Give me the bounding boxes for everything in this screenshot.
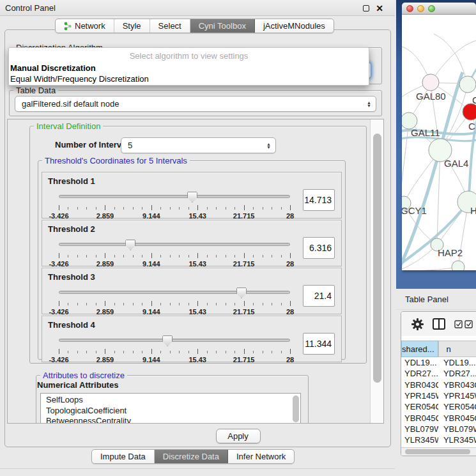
tick-mark bbox=[123, 303, 124, 305]
tab-network[interactable]: Network bbox=[56, 19, 114, 33]
tick-mark bbox=[133, 207, 134, 210]
slider-handle[interactable] bbox=[187, 192, 197, 203]
tick-mark bbox=[197, 301, 198, 306]
minimize-window-icon[interactable] bbox=[417, 5, 424, 12]
threshold-4-box: Threshold 4 -3.4262.8599.14415.4321.7152… bbox=[42, 316, 342, 362]
split-columns-icon[interactable] bbox=[433, 318, 445, 330]
tab-impute-data[interactable]: Impute Data bbox=[92, 450, 155, 463]
table-row[interactable]: YBR045CYBR045C bbox=[401, 412, 476, 423]
float-window-icon[interactable] bbox=[363, 5, 369, 12]
tick-mark bbox=[244, 253, 245, 258]
tick-mark bbox=[179, 351, 180, 353]
threshold-value-field[interactable] bbox=[303, 285, 335, 307]
slider-handle[interactable] bbox=[236, 288, 247, 298]
tick-mark bbox=[226, 351, 226, 353]
tick-mark bbox=[226, 207, 226, 210]
table-row[interactable]: YLR345WYLR345W bbox=[401, 434, 476, 445]
table-row[interactable]: YBR043CYBR043C bbox=[401, 380, 476, 390]
slider-handle[interactable] bbox=[125, 240, 135, 250]
attribute-item[interactable]: SelfLoops bbox=[41, 395, 300, 406]
tab-style[interactable]: Style bbox=[114, 19, 150, 33]
tab-cyni-toolbox[interactable]: Cyni Toolbox bbox=[190, 19, 255, 33]
tab-infer-network[interactable]: Infer Network bbox=[228, 450, 294, 463]
tick-mark bbox=[281, 303, 282, 305]
tab-jactivemnodules[interactable]: jActiveMNodules bbox=[255, 19, 334, 33]
thresholds-group-title: Threshold's Coordinates for 5 Intervals bbox=[42, 156, 190, 165]
tick-mark bbox=[151, 253, 152, 258]
tick-mark bbox=[105, 253, 105, 258]
threshold-slider[interactable]: -3.4262.8599.14415.4321.71528 bbox=[59, 240, 290, 265]
tick-mark bbox=[216, 351, 217, 353]
slider-handle[interactable] bbox=[162, 335, 173, 346]
dropdown-option-manual[interactable]: Manual Discretization bbox=[10, 63, 96, 73]
table-hscrollbar-thumb[interactable] bbox=[405, 449, 470, 454]
threshold-value-field[interactable] bbox=[303, 189, 335, 211]
threshold-value-field[interactable] bbox=[303, 333, 335, 355]
node-label: GAL80 bbox=[416, 91, 446, 102]
network-node[interactable] bbox=[463, 104, 476, 120]
network-node[interactable] bbox=[459, 76, 476, 93]
tab-select[interactable]: Select bbox=[150, 19, 190, 33]
slider-scale: -3.4262.8599.14415.4321.71528 bbox=[59, 212, 290, 220]
column-header-shared-name[interactable]: shared... bbox=[401, 341, 438, 357]
slider-track[interactable] bbox=[59, 339, 290, 342]
network-canvas[interactable]: GAL80G.CGAL11GAL4GCY1HHAP2 bbox=[402, 15, 476, 270]
table-panel-title: Table Panel bbox=[405, 295, 449, 304]
table-row[interactable]: YDR27...YDR27... bbox=[401, 368, 476, 379]
num-intervals-value: 5 bbox=[128, 141, 132, 150]
num-intervals-combobox[interactable]: 5 ▲▼ bbox=[121, 137, 276, 153]
numerical-attributes-list[interactable]: SelfLoopsTopologicalCoefficientBetweenne… bbox=[40, 393, 301, 424]
threshold-2-box: Threshold 2 -3.4262.8599.14415.4321.7152… bbox=[42, 220, 342, 266]
network-node[interactable] bbox=[452, 261, 464, 270]
slider-track[interactable] bbox=[59, 195, 290, 198]
tick-mark bbox=[86, 207, 87, 210]
network-window: GAL80G.CGAL11GAL4GCY1HHAP2 bbox=[396, 0, 476, 289]
slider-track[interactable] bbox=[59, 291, 290, 294]
table-row[interactable]: YER054CYER054C bbox=[401, 401, 476, 412]
attribute-item[interactable]: BetweennessCentrality bbox=[41, 416, 300, 424]
viewport-scrollbar-thumb[interactable] bbox=[373, 134, 381, 383]
table-horizontal-scrollbar[interactable] bbox=[401, 447, 476, 456]
threshold-slider[interactable]: -3.4262.8599.14415.4321.71528 bbox=[59, 288, 290, 313]
tick-mark bbox=[123, 207, 124, 210]
apply-button[interactable]: Apply bbox=[216, 429, 261, 443]
tick-mark bbox=[281, 255, 282, 257]
table-panel: shared... n YDL19...YDL19...YDR27...YDR2… bbox=[401, 311, 476, 456]
viewport-scrollbar[interactable] bbox=[370, 119, 384, 423]
threshold-slider[interactable]: -3.4262.8599.14415.4321.71528 bbox=[59, 192, 290, 217]
tick-mark bbox=[263, 303, 263, 305]
node-label: GAL4 bbox=[444, 158, 468, 169]
scale-label: 9.144 bbox=[142, 356, 160, 364]
checkbox-columns-icon[interactable] bbox=[454, 320, 473, 328]
table-data-combobox[interactable]: galFiltered.sif default node ▲▼ bbox=[15, 96, 376, 112]
close-icon[interactable]: ✕ bbox=[376, 5, 383, 12]
tick-mark bbox=[114, 303, 115, 305]
control-panel-tabs: Network Style Select Cyni Toolbox jActiv… bbox=[55, 19, 334, 33]
scale-label: -3.426 bbox=[49, 260, 68, 268]
node-label: H bbox=[470, 205, 476, 216]
network-window-titlebar[interactable] bbox=[402, 3, 476, 15]
close-window-icon[interactable] bbox=[406, 5, 413, 12]
threshold-value-field[interactable] bbox=[303, 237, 335, 259]
column-header-name[interactable]: n bbox=[438, 341, 476, 357]
tab-discretize-data[interactable]: Discretize Data bbox=[155, 450, 228, 463]
dropdown-option-equal[interactable]: Equal Width/Frequency Discretization bbox=[10, 74, 149, 84]
table-row[interactable]: YDL19...YDL19... bbox=[401, 357, 476, 368]
zoom-window-icon[interactable] bbox=[428, 5, 435, 12]
table-row[interactable]: YPR145WYPR145W bbox=[401, 390, 476, 401]
network-node[interactable] bbox=[422, 74, 439, 91]
list-scrollbar[interactable] bbox=[293, 395, 299, 422]
tick-mark bbox=[114, 255, 115, 257]
table-row[interactable]: YBL079WYBL079W bbox=[401, 424, 476, 434]
tick-mark bbox=[226, 303, 226, 305]
attribute-item[interactable]: TopologicalCoefficient bbox=[41, 406, 300, 417]
table-toolbar bbox=[401, 312, 476, 336]
gear-icon[interactable] bbox=[411, 318, 424, 330]
slider-track[interactable] bbox=[59, 243, 290, 246]
threshold-label: Threshold 4 bbox=[48, 320, 95, 330]
tick-mark bbox=[281, 207, 282, 210]
scale-label: 21.715 bbox=[233, 260, 255, 268]
control-panel-header: Control Panel ✕ bbox=[0, 0, 395, 16]
threshold-slider[interactable]: -3.4262.8599.14415.4321.71528 bbox=[59, 335, 290, 361]
tick-mark bbox=[160, 255, 161, 257]
